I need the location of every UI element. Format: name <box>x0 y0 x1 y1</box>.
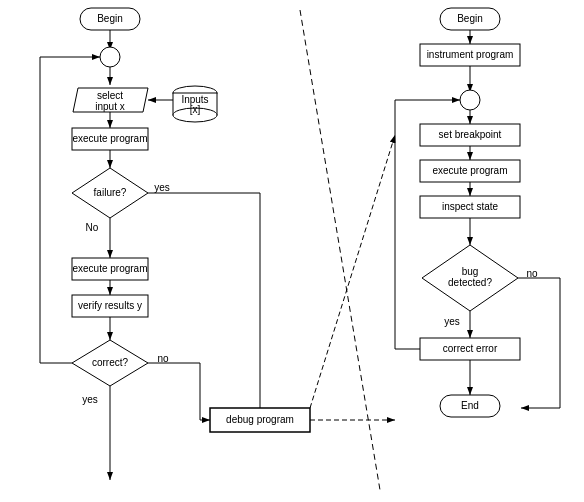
svg-line-20 <box>300 10 380 490</box>
execute2-label: execute program <box>72 263 147 274</box>
no-failure-label: No <box>86 222 99 233</box>
verify-label: verify results y <box>78 300 142 311</box>
diagram-container: Begin select input x Inputs [x] execute … <box>0 0 584 502</box>
bug-label2: detected? <box>448 277 492 288</box>
inspect-label: inspect state <box>442 201 499 212</box>
circle1-node <box>100 47 120 67</box>
correct-error-label: correct error <box>443 343 498 354</box>
no-bug-label: no <box>526 268 538 279</box>
bug-label1: bug <box>462 266 479 277</box>
svg-line-22 <box>310 135 395 408</box>
execute1-label: execute program <box>72 133 147 144</box>
circle2-node <box>460 90 480 110</box>
instrument-label: instrument program <box>427 49 514 60</box>
yes-bug-label: yes <box>444 316 460 327</box>
yes-correct-label: yes <box>82 394 98 405</box>
begin2-label: Begin <box>457 13 483 24</box>
begin1-label: Begin <box>97 13 123 24</box>
inputs-label2: [x] <box>190 104 201 115</box>
end-label: End <box>461 400 479 411</box>
no-correct-label: no <box>157 353 169 364</box>
failure-label: failure? <box>94 187 127 198</box>
yes-failure-label: yes <box>154 182 170 193</box>
debug-label: debug program <box>226 414 294 425</box>
select-input-label2: input x <box>95 101 124 112</box>
execute3-label: execute program <box>432 165 507 176</box>
select-input-label: select <box>97 90 123 101</box>
correct-label: correct? <box>92 357 129 368</box>
breakpoint-label: set breakpoint <box>439 129 502 140</box>
